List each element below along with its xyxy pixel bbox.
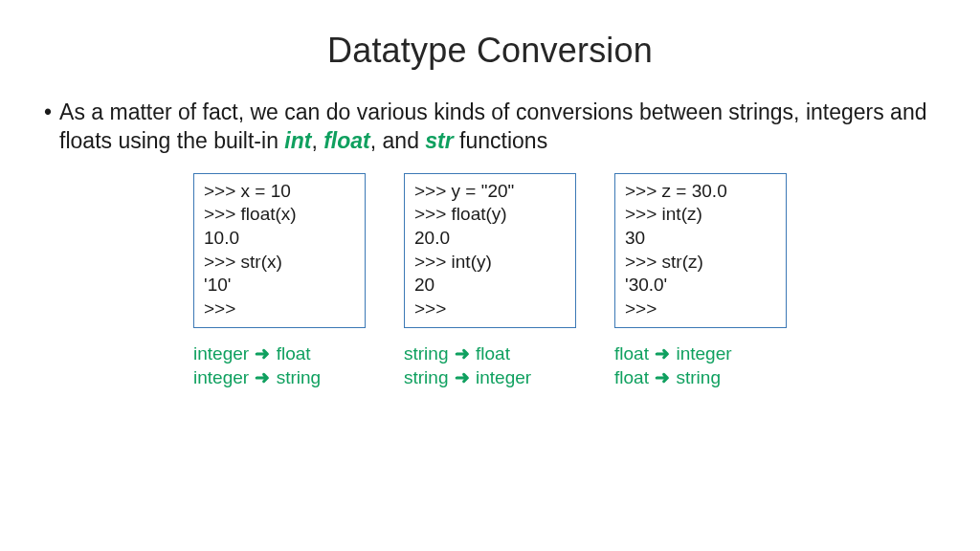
- slide-title: Datatype Conversion: [38, 31, 942, 71]
- code-box-row: >>> x = 10 >>> float(x) 10.0 >>> str(x) …: [38, 173, 942, 328]
- code-box-2: >>> y = "20" >>> float(y) 20.0 >>> int(y…: [404, 173, 576, 328]
- label-3b: float ➜ string: [614, 365, 787, 390]
- label-from: float: [614, 367, 649, 387]
- label-1b: integer ➜ string: [193, 365, 366, 390]
- label-from: float: [614, 343, 649, 364]
- arrow-icon: ➜: [454, 365, 471, 390]
- label-to: integer: [676, 343, 731, 364]
- label-to: float: [277, 343, 311, 364]
- arrow-icon: ➜: [654, 342, 671, 366]
- keyword-int: int: [284, 128, 311, 153]
- slide: Datatype Conversion • As a matter of fac…: [0, 0, 980, 551]
- label-to: integer: [476, 367, 531, 387]
- keyword-float: float: [323, 128, 370, 153]
- bullet-sep1: ,: [311, 128, 323, 153]
- code-box-3: >>> z = 30.0 >>> int(z) 30 >>> str(z) '3…: [614, 173, 787, 328]
- label-3a: float ➜ integer: [614, 342, 787, 366]
- keyword-str: str: [425, 128, 453, 153]
- label-row: integer ➜ float integer ➜ string string …: [38, 342, 942, 390]
- arrow-icon: ➜: [654, 365, 671, 390]
- label-col-3: float ➜ integer float ➜ string: [614, 342, 787, 390]
- bullet-item: • As a matter of fact, we can do various…: [44, 98, 936, 156]
- bullet-text: As a matter of fact, we can do various k…: [59, 98, 936, 156]
- code-box-1: >>> x = 10 >>> float(x) 10.0 >>> str(x) …: [193, 173, 366, 328]
- label-to: string: [277, 367, 321, 387]
- arrow-icon: ➜: [254, 365, 271, 390]
- label-to: string: [676, 367, 720, 387]
- bullet-post: functions: [454, 128, 547, 153]
- label-from: string: [404, 367, 448, 387]
- label-2b: string ➜ integer: [404, 365, 576, 390]
- bullet-dot: •: [44, 98, 52, 126]
- label-col-2: string ➜ float string ➜ integer: [404, 342, 576, 390]
- label-col-1: integer ➜ float integer ➜ string: [193, 342, 366, 390]
- label-from: string: [404, 343, 448, 364]
- arrow-icon: ➜: [254, 342, 271, 366]
- label-to: float: [476, 343, 510, 364]
- bullet-sep2: , and: [370, 128, 426, 153]
- label-2a: string ➜ float: [404, 342, 576, 366]
- arrow-icon: ➜: [454, 342, 471, 366]
- label-from: integer: [193, 367, 249, 387]
- label-from: integer: [193, 343, 249, 364]
- label-1a: integer ➜ float: [193, 342, 366, 366]
